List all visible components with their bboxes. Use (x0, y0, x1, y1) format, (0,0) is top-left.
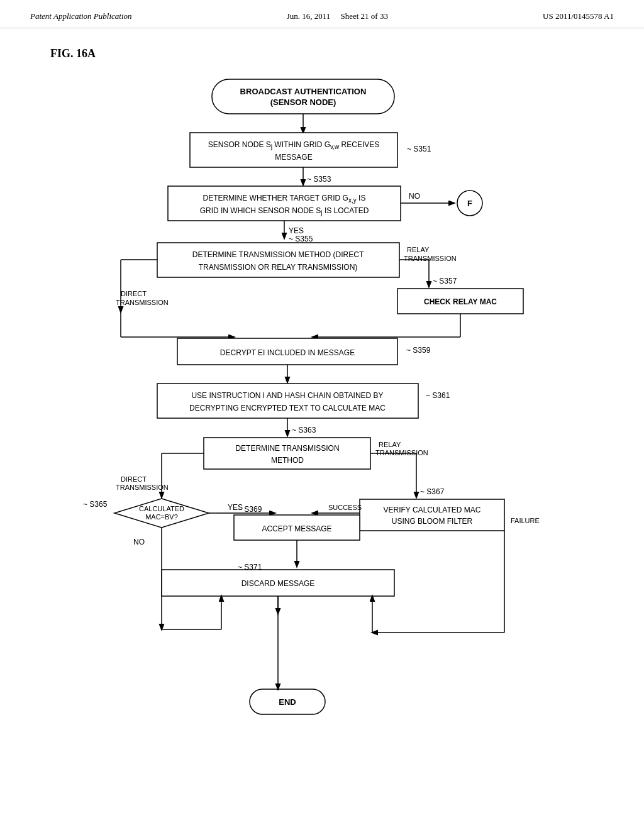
svg-text:FAILURE: FAILURE (511, 517, 540, 524)
svg-text:SENSOR NODE Sj WITHIN GRID Gv,: SENSOR NODE Sj WITHIN GRID Gv,w RECEIVES (208, 140, 380, 150)
svg-text:MESSAGE: MESSAGE (275, 153, 312, 162)
svg-text:~ S359: ~ S359 (406, 346, 431, 355)
svg-text:~ S355: ~ S355 (289, 235, 313, 243)
svg-text:~ S351: ~ S351 (407, 145, 431, 153)
svg-text:~ S361: ~ S361 (426, 391, 450, 400)
header-publication: Patent Application Publication (30, 11, 132, 21)
svg-text:CALCULATED: CALCULATED (139, 505, 184, 512)
svg-text:~ S369: ~ S369 (238, 505, 262, 514)
svg-text:~ S367: ~ S367 (420, 487, 445, 496)
svg-text:MAC=BV?: MAC=BV? (145, 513, 178, 521)
svg-text:VERIFY CALCULATED MAC: VERIFY CALCULATED MAC (384, 506, 481, 514)
flowchart-svg: BROADCAST AUTHENTICATION (SENSOR NODE) S… (64, 67, 580, 802)
svg-text:(SENSOR NODE): (SENSOR NODE) (270, 97, 336, 107)
svg-text:DISCARD MESSAGE: DISCARD MESSAGE (242, 579, 315, 588)
svg-text:~ S363: ~ S363 (292, 426, 316, 434)
svg-text:CHECK RELAY MAC: CHECK RELAY MAC (424, 297, 497, 306)
svg-text:NO: NO (409, 192, 420, 201)
svg-text:DIRECT: DIRECT (121, 475, 147, 483)
svg-text:TRANSMISSION: TRANSMISSION (116, 484, 169, 491)
figure-label: FIG. 16A (50, 47, 644, 60)
svg-text:DECRYPTING ENCRYPTED TEXT TO C: DECRYPTING ENCRYPTED TEXT TO CALCULATE M… (189, 404, 386, 412)
svg-text:TRANSMISSION: TRANSMISSION (404, 255, 457, 262)
svg-text:BROADCAST AUTHENTICATION: BROADCAST AUTHENTICATION (240, 87, 367, 96)
header-sheet: Sheet 21 of 33 (340, 11, 387, 21)
header-date-sheet: Jun. 16, 2011 Sheet 21 of 33 (287, 11, 388, 21)
svg-text:USING BLOOM FILTER: USING BLOOM FILTER (392, 517, 473, 526)
svg-rect-4 (190, 133, 397, 167)
svg-text:RELAY: RELAY (407, 246, 430, 253)
svg-text:DETERMINE TRANSMISSION METHOD : DETERMINE TRANSMISSION METHOD (DIRECT (192, 250, 364, 259)
svg-text:TRANSMISSION: TRANSMISSION (375, 449, 428, 456)
svg-text:TRANSMISSION: TRANSMISSION (116, 299, 169, 306)
header-date: Jun. 16, 2011 (287, 11, 331, 21)
svg-text:F: F (467, 199, 472, 208)
svg-text:DETERMINE TRANSMISSION: DETERMINE TRANSMISSION (235, 444, 339, 453)
svg-text:DECRYPT EI INCLUDED IN MESSAGE: DECRYPT EI INCLUDED IN MESSAGE (220, 348, 355, 357)
svg-rect-67 (360, 499, 504, 531)
svg-text:END: END (279, 697, 296, 707)
flowchart-container: BROADCAST AUTHENTICATION (SENSOR NODE) S… (0, 60, 644, 827)
svg-text:NO: NO (133, 538, 145, 546)
svg-text:~ S353: ~ S353 (307, 175, 331, 184)
svg-text:TRANSMISSION OR RELAY TRANSMIS: TRANSMISSION OR RELAY TRANSMISSION) (199, 263, 358, 272)
svg-text:METHOD: METHOD (271, 456, 304, 465)
svg-text:SUCCESS: SUCCESS (328, 504, 362, 511)
svg-text:GRID IN WHICH SENSOR NODE Sj I: GRID IN WHICH SENSOR NODE Sj IS LOCATED (200, 206, 369, 216)
header-patent-number: US 2011/0145578 A1 (543, 11, 614, 21)
svg-text:DIRECT: DIRECT (121, 290, 147, 297)
svg-rect-42 (157, 384, 418, 418)
svg-rect-20 (157, 243, 399, 277)
svg-text:USE INSTRUCTION I AND HASH CHA: USE INSTRUCTION I AND HASH CHAIN OBTAINE… (191, 391, 383, 400)
svg-text:~ S357: ~ S357 (433, 277, 457, 285)
svg-rect-10 (168, 186, 401, 221)
svg-rect-0 (212, 79, 394, 114)
svg-text:ACCEPT MESSAGE: ACCEPT MESSAGE (262, 524, 331, 533)
svg-text:DETERMINE WHETHER TARGET GRID : DETERMINE WHETHER TARGET GRID Gx,y IS (203, 194, 366, 204)
svg-text:YES: YES (289, 226, 304, 235)
page-header: Patent Application Publication Jun. 16, … (0, 0, 644, 28)
svg-text:RELAY: RELAY (379, 441, 401, 448)
svg-text:~ S365: ~ S365 (83, 500, 108, 509)
